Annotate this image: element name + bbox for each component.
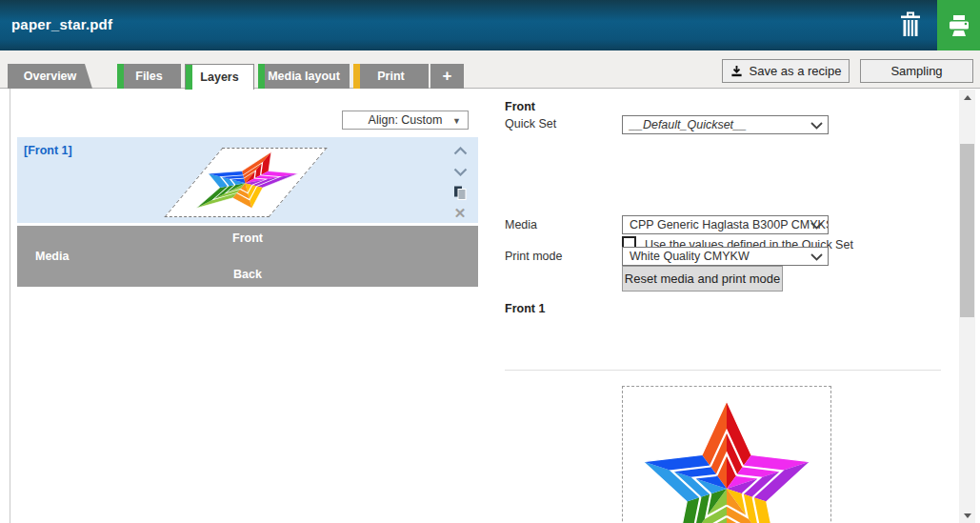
top-action-buttons: Save as a recipe Sampling <box>722 59 973 83</box>
media-select[interactable]: CPP Generic Haglasta B300P CMYKSS-AU-2 <box>622 215 829 234</box>
chevron-down-icon <box>810 122 823 130</box>
print-mode-select[interactable]: White Quality CMYKW <box>622 247 829 266</box>
align-dropdown-value: Align: Custom <box>369 113 443 127</box>
tab-print-label: Print <box>377 70 404 83</box>
print-mode-value: White Quality CMYKW <box>630 250 750 263</box>
layer-row-front-1[interactable]: [Front 1] <box>17 137 478 223</box>
download-icon <box>730 65 743 77</box>
printer-icon <box>946 12 972 39</box>
layer-thumbnail[interactable] <box>164 148 327 217</box>
tab-print[interactable]: Print <box>353 64 429 89</box>
media-side-bar: Front Media Back <box>17 226 478 287</box>
media-value: CPP Generic Haglasta B300P CMYKSS-AU-2 <box>630 218 829 231</box>
save-as-recipe-label: Save as a recipe <box>750 64 842 78</box>
scrollbar-thumb[interactable] <box>960 144 974 317</box>
tab-files[interactable]: Files <box>117 64 181 89</box>
plus-icon: + <box>443 67 452 86</box>
tab-media-layout-label: Media layout <box>268 70 340 83</box>
save-as-recipe-button[interactable]: Save as a recipe <box>722 59 850 83</box>
tab-bar: Overview Files Layers Media layout Print… <box>8 63 468 89</box>
tab-layers[interactable]: Layers <box>185 64 254 90</box>
tab-print-accent <box>353 64 360 89</box>
tab-overview[interactable]: Overview <box>8 64 92 89</box>
scroll-down-button[interactable] <box>959 508 975 523</box>
duplicate-layer-button[interactable] <box>448 182 472 203</box>
tab-media-layout[interactable]: Media layout <box>258 64 350 89</box>
star-thumbnail-image <box>166 149 326 216</box>
chevron-down-icon <box>453 168 468 176</box>
front-section-title: Front <box>505 100 535 113</box>
scroll-up-button[interactable] <box>959 90 975 106</box>
media-bar-media-label: Media <box>35 250 69 263</box>
delete-job-button[interactable] <box>896 10 925 41</box>
star-preview-image <box>631 392 822 523</box>
reset-button-label: Reset media and print mode <box>625 272 780 286</box>
quick-set-label: Quick Set <box>505 117 556 131</box>
sampling-label: Sampling <box>890 64 942 78</box>
media-bar-back-label: Back <box>17 268 478 281</box>
tab-files-label: Files <box>135 70 163 83</box>
vertical-scrollbar[interactable] <box>959 90 975 523</box>
move-layer-down-button[interactable] <box>448 161 472 182</box>
tab-overview-label: Overview <box>24 70 77 83</box>
trash-icon <box>899 11 922 38</box>
align-dropdown[interactable]: Align: Custom ▼ <box>342 111 469 130</box>
caret-down-icon: ▼ <box>452 116 461 126</box>
application-window: paper_star.pdf Ov <box>0 0 980 523</box>
tab-files-accent <box>117 64 124 89</box>
chevron-down-icon <box>810 253 823 261</box>
front-1-preview-box <box>622 386 831 523</box>
x-icon: ✕ <box>454 205 467 222</box>
move-layer-up-button[interactable] <box>448 140 472 161</box>
tab-layers-accent <box>186 65 192 90</box>
content-area: Align: Custom ▼ [Front 1] <box>0 88 980 523</box>
triangle-up-icon <box>964 95 971 100</box>
tab-add[interactable]: + <box>430 64 464 89</box>
media-bar-front-label: Front <box>17 231 478 245</box>
document-title: paper_star.pdf <box>11 16 112 32</box>
copy-icon <box>452 185 468 200</box>
tab-media-layout-accent <box>258 64 265 89</box>
reset-media-print-mode-button[interactable]: Reset media and print mode <box>622 266 783 292</box>
quick-set-select[interactable]: __Default_Quickset__ <box>622 115 829 134</box>
panel-left-border <box>10 89 10 523</box>
tab-layers-label: Layers <box>200 70 238 84</box>
quick-set-value: __Default_Quickset__ <box>630 118 747 131</box>
print-mode-label: Print mode <box>505 250 562 263</box>
titlebar: paper_star.pdf <box>0 0 980 50</box>
print-button[interactable] <box>937 0 980 50</box>
chevron-up-icon <box>453 147 468 155</box>
section-divider <box>505 370 941 371</box>
media-label: Media <box>505 218 537 231</box>
triangle-down-icon <box>964 513 971 518</box>
layer-row-actions: ✕ <box>448 140 472 224</box>
chevron-down-icon <box>810 222 823 230</box>
remove-layer-button[interactable]: ✕ <box>448 203 472 224</box>
layer-item-label: [Front 1] <box>24 144 72 157</box>
front-1-preview-title: Front 1 <box>505 302 545 315</box>
sampling-button[interactable]: Sampling <box>860 59 973 83</box>
